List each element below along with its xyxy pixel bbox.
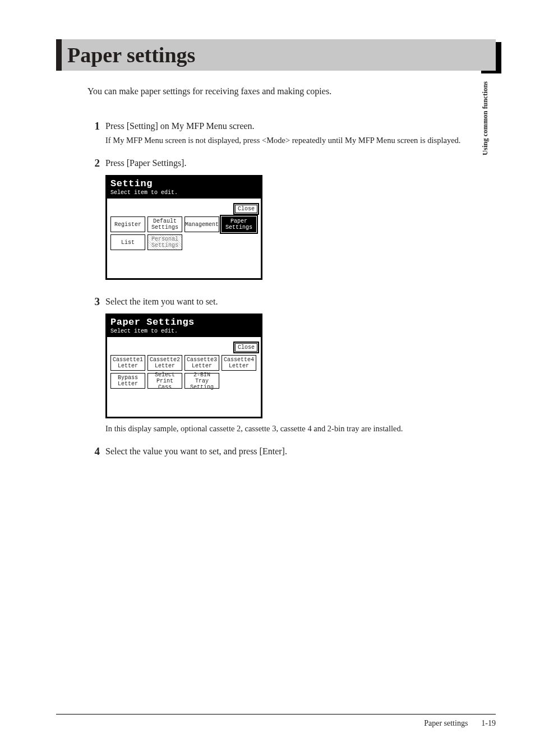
step-main: Press [Setting] on My MFP Menu screen. — [105, 120, 496, 132]
personal-settings-button: PersonalSettings — [147, 234, 182, 250]
step-number: 3 — [87, 296, 105, 434]
select-print-cass-button[interactable]: SelectPrint Cass — [147, 373, 182, 389]
lcd-paper-settings: Paper Settings Select item to edit. Clos… — [105, 314, 262, 418]
management-button[interactable]: Management — [185, 216, 219, 232]
list-button[interactable]: List — [110, 234, 145, 250]
step-main: Press [Paper Settings]. — [105, 157, 496, 169]
step-main: Select the item you want to set. — [105, 296, 496, 308]
close-button[interactable]: Close — [235, 205, 257, 213]
lcd-subtitle: Select item to edit. — [110, 190, 257, 196]
cassette3-button[interactable]: Cassette3Letter — [185, 355, 219, 371]
step-number: 4 — [87, 445, 105, 458]
step-1: 1 Press [Setting] on My MFP Menu screen.… — [87, 120, 496, 146]
cassette4-button[interactable]: Cassette4Letter — [222, 355, 256, 371]
close-button[interactable]: Close — [235, 343, 257, 352]
step-number: 1 — [87, 120, 105, 146]
paper-settings-button[interactable]: PaperSettings — [222, 216, 256, 232]
footer-page: 1-19 — [481, 719, 496, 728]
lcd-subtitle: Select item to edit. — [110, 328, 257, 334]
step-note: In this display sample, optional cassett… — [105, 423, 496, 434]
footer-title: Paper settings — [424, 719, 468, 728]
step-number: 2 — [87, 157, 105, 284]
cassette2-button[interactable]: Cassette2Letter — [147, 355, 182, 371]
lcd-header: Paper Settings Select item to edit. — [107, 315, 261, 337]
intro-text: You can make paper settings for receivin… — [87, 85, 496, 98]
footer: Paper settings 1-19 — [56, 714, 496, 728]
step-2: 2 Press [Paper Settings]. Setting Select… — [87, 157, 496, 284]
lcd-setting: Setting Select item to edit. Close Regis… — [105, 175, 262, 280]
lcd-title: Setting — [110, 178, 153, 189]
lcd-title: Paper Settings — [110, 317, 195, 328]
step-main: Select the value you want to set, and pr… — [105, 445, 496, 458]
page-title: Paper settings — [56, 39, 496, 71]
footer-rule — [56, 714, 496, 714]
step-sub: If My MFP Menu screen is not displayed, … — [105, 135, 496, 146]
cassette1-button[interactable]: Cassette1Letter — [110, 355, 145, 371]
bypass-button[interactable]: BypassLetter — [110, 373, 145, 389]
default-settings-button[interactable]: DefaultSettings — [147, 216, 182, 232]
title-bar: Paper settings — [56, 39, 496, 71]
side-label: Using common functions — [481, 81, 490, 193]
step-4: 4 Select the value you want to set, and … — [87, 445, 496, 458]
step-3: 3 Select the item you want to set. Paper… — [87, 296, 496, 434]
lcd-header: Setting Select item to edit. — [107, 177, 261, 199]
side-tab: 1 Using common functions — [481, 42, 501, 244]
2bin-tray-button[interactable]: 2-BIN TraySetting — [185, 373, 219, 389]
register-button[interactable]: Register — [110, 216, 145, 232]
